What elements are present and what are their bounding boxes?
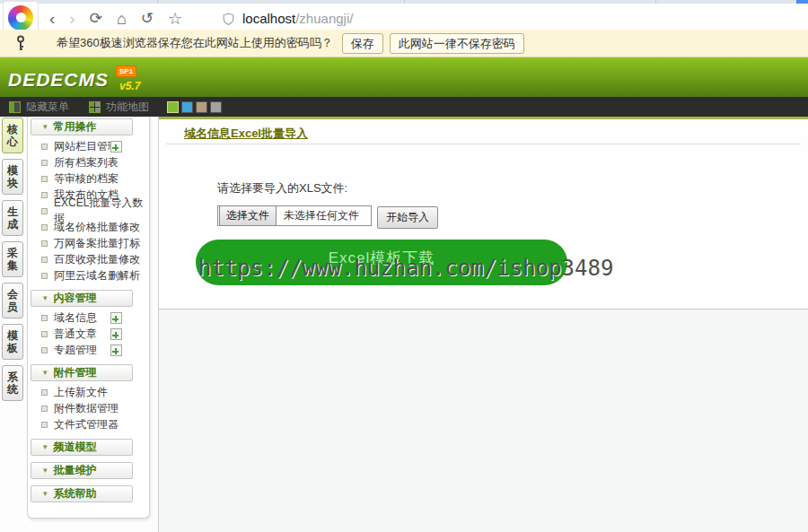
content-background <box>159 310 808 532</box>
bullet-icon <box>41 347 48 353</box>
cms-header: DEDECMS v5.7 SP1 <box>0 57 808 97</box>
sidebar-item-网站栏目管理[interactable]: 网站栏目管理 <box>28 138 149 154</box>
sidebar-item-label: 万网备案批量打标 <box>54 236 140 251</box>
bullet-icon <box>41 315 48 321</box>
home-icon[interactable]: ⌂ <box>117 10 127 28</box>
sidebar-tab-核心[interactable]: 核心 <box>2 118 23 153</box>
menu-section-header[interactable]: ▾频道模型 <box>31 439 133 456</box>
sidebar-item-域名价格批量修改[interactable]: 域名价格批量修改 <box>28 219 149 235</box>
sidebar-item-百度收录批量修改[interactable]: 百度收录批量修改 <box>28 251 149 267</box>
bullet-icon <box>41 240 48 247</box>
function-map-button[interactable]: 功能地图 <box>106 100 149 115</box>
file-status-text: 未选择任何文件 <box>277 208 359 223</box>
sidebar-item-域名信息[interactable]: 域名信息 <box>28 310 149 326</box>
cms-sp-badge: SP1 <box>116 65 136 77</box>
bullet-icon <box>41 422 48 428</box>
bullet-icon <box>41 331 48 337</box>
bullet-icon <box>41 224 48 231</box>
sidebar-tab-系统[interactable]: 系统 <box>2 365 23 401</box>
sidebar-item-EXCEL批量导入数据[interactable]: EXCEL批量导入数据 <box>28 203 149 219</box>
menu-section-header[interactable]: ▾附件管理 <box>31 364 133 381</box>
bullet-icon <box>41 144 48 150</box>
sidebar-item-label: 所有档案列表 <box>54 155 119 170</box>
sidebar-tab-会员[interactable]: 会员 <box>2 283 23 318</box>
sidebar-tab-label: 模块 <box>7 164 19 189</box>
sidebar-item-label: 百度收录批量修改 <box>54 252 140 267</box>
bullet-icon <box>41 389 48 396</box>
sidebar-tab-模板[interactable]: 模板 <box>2 324 23 360</box>
url-host: localhost <box>242 11 295 26</box>
undo-icon[interactable]: ↺ <box>141 10 154 28</box>
sidebar-menu-panel: ▾常用操作网站栏目管理所有档案列表等审核的档案我发布的文档EXCEL批量导入数据… <box>27 117 150 519</box>
form-label: 请选择要导入的XLS文件: <box>217 180 347 196</box>
sidebar-item-附件数据管理[interactable]: 附件数据管理 <box>28 400 149 416</box>
sidebar-item-label: 上传新文件 <box>54 385 108 400</box>
sidebar-item-label: 阿里云域名删解析 <box>54 268 140 283</box>
refresh-icon[interactable]: ⟳ <box>90 10 102 28</box>
sidebar-item-label: 网站栏目管理 <box>54 139 119 154</box>
sidebar-item-普通文章[interactable]: 普通文章 <box>28 326 149 342</box>
theme-color-swatch[interactable] <box>167 101 179 113</box>
chevron-down-icon: ▾ <box>43 122 48 131</box>
save-password-button[interactable]: 保存 <box>342 33 383 54</box>
sidebar-item-label: 文件式管理器 <box>54 417 119 432</box>
add-content-icon[interactable] <box>110 344 122 356</box>
sidebar-tab-模块[interactable]: 模块 <box>2 159 23 195</box>
never-save-password-button[interactable]: 此网站一律不保存密码 <box>390 33 524 54</box>
chevron-down-icon: ▾ <box>43 466 48 475</box>
sidebar-tab-label: 生成 <box>7 205 19 231</box>
back-icon[interactable]: ‹ <box>49 10 55 28</box>
add-content-icon[interactable] <box>110 141 122 153</box>
sidebar-tab-label: 系统 <box>7 371 19 396</box>
theme-color-swatch[interactable] <box>196 101 207 113</box>
sidebar-item-万网备案批量打标[interactable]: 万网备案批量打标 <box>28 235 149 251</box>
sidebar-item-文件式管理器[interactable]: 文件式管理器 <box>28 416 149 432</box>
browser-toolbar: ‹ › ⟳ ⌂ ↺ ☆ localhost/zhuangji/ <box>0 4 808 30</box>
sidebar-item-阿里云域名删解析[interactable]: 阿里云域名删解析 <box>28 267 149 283</box>
menu-section-title: 常用操作 <box>54 120 97 133</box>
add-content-icon[interactable] <box>110 312 122 324</box>
sidebar-item-专题管理[interactable]: 专题管理 <box>28 342 149 358</box>
menu-section-title: 附件管理 <box>54 366 97 379</box>
choose-file-button[interactable]: 选择文件 <box>219 205 277 226</box>
content-frame: 域名信息Excel批量导入 请选择要导入的XLS文件: 选择文件 未选择任何文件… <box>159 117 808 532</box>
address-bar[interactable]: localhost/zhuangji/ <box>223 11 353 27</box>
menu-section-header[interactable]: ▾批量维护 <box>31 462 133 479</box>
page-title-link[interactable]: 域名信息Excel批量导入 <box>184 126 308 142</box>
theme-color-swatch[interactable] <box>210 101 222 113</box>
chevron-down-icon: ▾ <box>43 489 48 498</box>
hide-menu-button[interactable]: 隐藏菜单 <box>26 100 69 115</box>
menu-section-header[interactable]: ▾系统帮助 <box>31 485 133 502</box>
chevron-down-icon: ▾ <box>43 368 48 377</box>
chevron-down-icon: ▾ <box>43 293 48 302</box>
sidebar-tab-label: 模板 <box>7 329 19 354</box>
key-icon <box>14 35 27 51</box>
theme-color-swatch[interactable] <box>181 101 193 113</box>
chevron-down-icon: ▾ <box>43 442 48 451</box>
sidebar-item-所有档案列表[interactable]: 所有档案列表 <box>28 154 149 170</box>
sidebar-tab-label: 采集 <box>7 247 19 272</box>
sidebar-tab-采集[interactable]: 采集 <box>2 241 23 277</box>
sidebar-tab-生成[interactable]: 生成 <box>2 200 23 236</box>
sidebar-item-上传新文件[interactable]: 上传新文件 <box>28 384 149 400</box>
cms-logo: DEDECMS <box>8 69 109 91</box>
theme-color-switcher <box>167 101 222 113</box>
content-panel: 域名信息Excel批量导入 请选择要导入的XLS文件: 选择文件 未选择任何文件… <box>159 119 808 310</box>
menu-section-header[interactable]: ▾常用操作 <box>31 118 133 135</box>
start-import-button[interactable]: 开始导入 <box>377 206 438 229</box>
file-input[interactable]: 选择文件 未选择任何文件 <box>217 205 372 226</box>
sidebar-item-label: 专题管理 <box>54 343 97 358</box>
function-map-icon <box>89 101 101 113</box>
add-content-icon[interactable] <box>110 328 122 340</box>
menu-section-title: 频道模型 <box>54 440 97 453</box>
watermark-text: https://www.huzhan.com/ishop3489 <box>198 256 613 281</box>
sidebar-tab-label: 核心 <box>7 123 19 148</box>
forward-icon[interactable]: › <box>69 10 75 28</box>
menu-section-header[interactable]: ▾内容管理 <box>31 290 133 307</box>
menu-section-title: 批量维护 <box>54 464 97 476</box>
sidebar-item-label: 等审核的档案 <box>54 171 119 187</box>
cms-toolbar: 隐藏菜单 功能地图 <box>0 97 808 117</box>
star-icon[interactable]: ☆ <box>168 10 182 28</box>
sidebar-item-等审核的档案[interactable]: 等审核的档案 <box>28 170 149 187</box>
sidebar-tab-label: 会员 <box>7 288 19 313</box>
